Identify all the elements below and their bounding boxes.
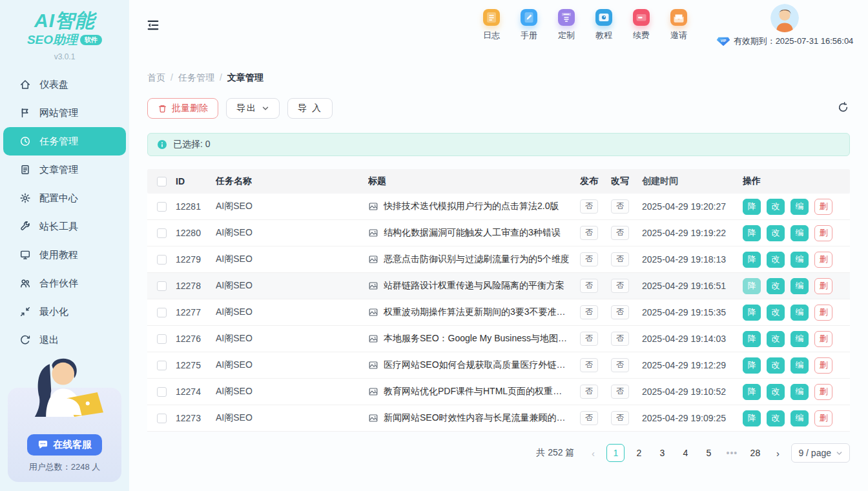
image-icon bbox=[368, 334, 378, 344]
edit-button[interactable]: 编 bbox=[790, 331, 809, 347]
delete-button[interactable]: 删 bbox=[814, 331, 832, 347]
page-button-5[interactable]: 5 bbox=[699, 444, 718, 462]
delete-button[interactable]: 删 bbox=[814, 278, 832, 294]
edit-button[interactable]: 编 bbox=[790, 305, 809, 321]
table-row: 12276 AI阁SEO 本地服务SEO：Google My Business与… bbox=[147, 326, 850, 352]
column-id: ID bbox=[176, 176, 216, 186]
demote-button[interactable]: 降 bbox=[743, 331, 761, 347]
quick-link-manual[interactable]: 手册 bbox=[521, 9, 537, 41]
edit-button[interactable]: 编 bbox=[790, 384, 809, 400]
demote-button[interactable]: 降 bbox=[743, 410, 761, 426]
row-checkbox[interactable] bbox=[157, 414, 167, 423]
sidebar-item-doc[interactable]: 文章管理 bbox=[0, 155, 129, 184]
quick-link-custom[interactable]: 定制 bbox=[558, 9, 575, 41]
rewrite-status-tag: 否 bbox=[611, 305, 629, 319]
row-checkbox[interactable] bbox=[157, 281, 167, 291]
refresh-icon[interactable] bbox=[837, 101, 850, 114]
demote-button[interactable]: 降 bbox=[743, 252, 761, 268]
edit-button[interactable]: 编 bbox=[790, 357, 809, 374]
demote-button[interactable]: 降 bbox=[743, 357, 761, 374]
export-button[interactable]: 导出 bbox=[226, 98, 280, 119]
avatar[interactable] bbox=[770, 4, 799, 32]
pagination-total: 共 252 篇 bbox=[536, 447, 574, 459]
chat-icon bbox=[37, 439, 48, 450]
rewrite-button[interactable]: 改 bbox=[767, 331, 785, 347]
sidebar-item-home[interactable]: 仪表盘 bbox=[0, 70, 129, 99]
minimize-icon bbox=[19, 306, 31, 317]
page-button-3[interactable]: 3 bbox=[653, 444, 671, 462]
sidebar-collapse-icon[interactable] bbox=[146, 18, 160, 32]
sidebar-item-clock[interactable]: 任务管理 bbox=[3, 127, 126, 155]
sidebar-item-wrench[interactable]: 站长工具 bbox=[0, 212, 129, 241]
page-button-2[interactable]: 2 bbox=[630, 444, 648, 462]
page-button-4[interactable]: 4 bbox=[676, 444, 694, 462]
tutorial-icon bbox=[595, 9, 612, 26]
sidebar-item-gear[interactable]: 配置中心 bbox=[0, 184, 129, 212]
sidebar-item-monitor[interactable]: 使用教程 bbox=[0, 241, 129, 269]
custom-icon bbox=[558, 9, 575, 26]
prev-page-button[interactable]: ‹ bbox=[584, 444, 601, 462]
delete-button[interactable]: 删 bbox=[814, 225, 832, 241]
rewrite-button[interactable]: 改 bbox=[767, 305, 785, 321]
quick-link-renew[interactable]: 续费 bbox=[633, 9, 650, 41]
edit-button[interactable]: 编 bbox=[790, 410, 809, 426]
page-button-1[interactable]: 1 bbox=[606, 444, 625, 462]
select-all-checkbox[interactable] bbox=[157, 177, 167, 186]
page-ellipsis[interactable]: ••• bbox=[723, 444, 741, 462]
rewrite-button[interactable]: 改 bbox=[767, 252, 785, 268]
row-checkbox[interactable] bbox=[157, 387, 167, 397]
row-checkbox[interactable] bbox=[157, 334, 167, 344]
topbar: 日志 手册 定制 教程 续费 邀请 bbox=[129, 0, 868, 58]
delete-button[interactable]: 删 bbox=[814, 252, 832, 268]
row-checkbox[interactable] bbox=[157, 202, 167, 212]
delete-button[interactable]: 删 bbox=[814, 384, 832, 400]
publish-status-tag: 否 bbox=[580, 385, 598, 399]
sidebar-item-partners[interactable]: 合作伙伴 bbox=[0, 269, 129, 297]
demote-button[interactable]: 降 bbox=[743, 199, 761, 215]
demote-button[interactable]: 降 bbox=[743, 278, 761, 294]
sidebar-item-flag[interactable]: 网站管理 bbox=[0, 99, 129, 127]
batch-delete-button[interactable]: 批量删除 bbox=[147, 98, 218, 119]
page-button-28[interactable]: 28 bbox=[746, 444, 764, 462]
next-page-button[interactable]: › bbox=[769, 444, 786, 462]
demote-button[interactable]: 降 bbox=[743, 305, 761, 321]
edit-button[interactable]: 编 bbox=[790, 199, 809, 215]
rewrite-button[interactable]: 改 bbox=[767, 225, 785, 241]
sidebar-item-minimize[interactable]: 最小化 bbox=[0, 297, 129, 326]
rewrite-button[interactable]: 改 bbox=[767, 199, 785, 215]
table-row: 12275 AI阁SEO 医疗网站SEO如何合规获取高质量医疗外链资源 否 否 … bbox=[147, 352, 850, 379]
edit-button[interactable]: 编 bbox=[790, 252, 809, 268]
rewrite-button[interactable]: 改 bbox=[767, 410, 785, 426]
edit-button[interactable]: 编 bbox=[790, 225, 809, 241]
column-created: 创建时间 bbox=[642, 175, 743, 187]
row-checkbox[interactable] bbox=[157, 308, 167, 317]
delete-button[interactable]: 删 bbox=[814, 305, 832, 321]
demote-button[interactable]: 降 bbox=[743, 225, 761, 241]
demote-button[interactable]: 降 bbox=[743, 384, 761, 400]
online-support-button[interactable]: 在线客服 bbox=[27, 434, 102, 456]
quick-link-invite[interactable]: 邀请 bbox=[670, 9, 687, 41]
row-checkbox[interactable] bbox=[157, 255, 167, 265]
publish-status-tag: 否 bbox=[580, 411, 598, 425]
row-checkbox[interactable] bbox=[157, 228, 167, 238]
import-button[interactable]: 导 入 bbox=[287, 98, 333, 119]
sidebar-item-logout[interactable]: 退出 bbox=[0, 326, 129, 354]
row-checkbox[interactable] bbox=[157, 361, 167, 370]
breadcrumb-home[interactable]: 首页 bbox=[147, 72, 165, 84]
rewrite-button[interactable]: 改 bbox=[767, 278, 785, 294]
chevron-down-icon bbox=[836, 450, 843, 457]
delete-button[interactable]: 删 bbox=[814, 357, 832, 374]
table-row: 12280 AI阁SEO 结构化数据漏洞可能触发人工审查的3种错误 否 否 20… bbox=[147, 220, 850, 246]
quick-link-log[interactable]: 日志 bbox=[483, 9, 500, 41]
rewrite-button[interactable]: 改 bbox=[767, 384, 785, 400]
delete-button[interactable]: 删 bbox=[814, 199, 832, 215]
quick-link-tutorial[interactable]: 教程 bbox=[595, 9, 612, 41]
column-actions: 操作 bbox=[743, 175, 850, 187]
rewrite-status-tag: 否 bbox=[611, 332, 629, 346]
breadcrumb-task-management[interactable]: 任务管理 bbox=[178, 72, 214, 84]
page-size-select[interactable]: 9 / page bbox=[791, 443, 850, 463]
rewrite-button[interactable]: 改 bbox=[767, 357, 785, 374]
delete-button[interactable]: 删 bbox=[814, 410, 832, 426]
edit-button[interactable]: 编 bbox=[790, 278, 809, 294]
support-widget: 在线客服 用户总数：2248 人 bbox=[8, 354, 121, 482]
